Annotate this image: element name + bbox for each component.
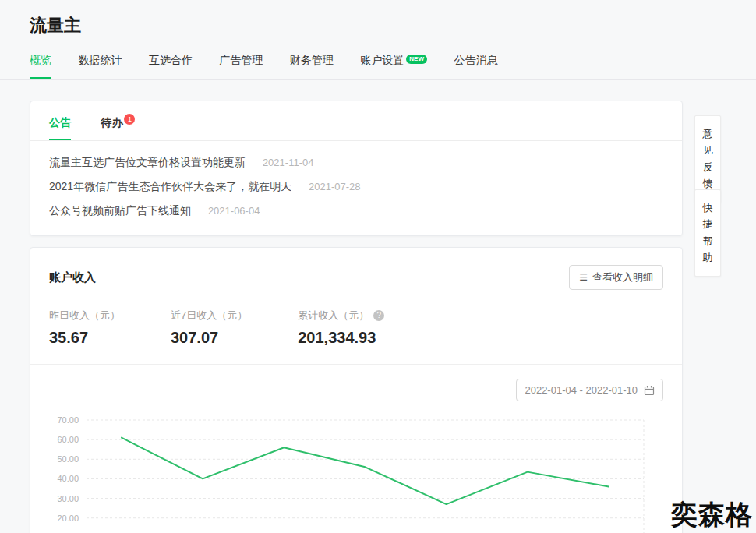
quick-help-label: 快捷帮助: [702, 199, 713, 266]
date-range-picker[interactable]: 2022-01-04 - 2022-01-10: [516, 379, 663, 401]
main-nav: 概览 数据统计 互选合作 广告管理 财务管理 账户设置NEW 公告消息: [0, 53, 756, 80]
announcement-link[interactable]: 公众号视频前贴广告下线通知: [49, 204, 191, 217]
tab-todo[interactable]: 待办1: [101, 101, 135, 140]
tab-mutual-selection[interactable]: 互选合作: [149, 54, 193, 79]
tab-data-stats[interactable]: 数据统计: [78, 54, 122, 79]
tab-todo-label: 待办: [101, 116, 122, 129]
tab-ad-management[interactable]: 广告管理: [219, 54, 263, 79]
tab-announcement-messages[interactable]: 公告消息: [454, 54, 497, 79]
feedback-label: 意见反馈: [702, 125, 713, 192]
list-item: 公众号视频前贴广告下线通知 2021-06-04: [49, 199, 663, 223]
account-income-card: 账户收入 ☰ 查看收入明细 昨日收入（元） 35.67 近7日收入（元） 307…: [30, 247, 683, 533]
income-title: 账户收入: [49, 270, 96, 285]
svg-text:30.00: 30.00: [57, 494, 79, 503]
new-badge: NEW: [406, 55, 427, 64]
svg-text:20.00: 20.00: [57, 514, 79, 523]
stat-value: 35.67: [49, 329, 120, 347]
announcement-date: 2021-11-04: [263, 157, 314, 168]
main-column: 公告 待办1 流量主互选广告位文章价格设置功能更新 2021-11-04 202…: [30, 101, 683, 533]
divider: [30, 364, 682, 365]
stat-label: 近7日收入（元）: [171, 309, 247, 323]
svg-text:70.00: 70.00: [57, 415, 79, 425]
list-icon: ☰: [579, 272, 588, 283]
tab-account-settings[interactable]: 账户设置NEW: [360, 54, 427, 79]
view-income-detail-label: 查看收入明细: [592, 270, 653, 284]
stat-value: 201,334.93: [298, 329, 384, 347]
stat-value: 307.07: [171, 329, 247, 347]
announcement-date: 2021-07-28: [309, 181, 361, 192]
stat-7day-income: 近7日收入（元） 307.07: [147, 309, 274, 347]
announcements-tabs: 公告 待办1: [30, 101, 682, 141]
quick-help-button[interactable]: 快捷帮助: [694, 189, 721, 277]
tab-finance[interactable]: 财务管理: [290, 54, 334, 79]
page-header: 流量主: [0, 0, 756, 37]
help-icon[interactable]: ?: [373, 310, 384, 321]
list-item: 流量主互选广告位文章价格设置功能更新 2021-11-04: [49, 150, 663, 175]
announcements-card: 公告 待办1 流量主互选广告位文章价格设置功能更新 2021-11-04 202…: [30, 101, 683, 236]
tab-overview[interactable]: 概览: [30, 54, 51, 79]
date-range-row: 2022-01-04 - 2022-01-10: [49, 379, 663, 401]
todo-count-badge: 1: [124, 114, 135, 125]
view-income-detail-button[interactable]: ☰ 查看收入明细: [569, 265, 663, 290]
stat-yesterday-income: 昨日收入（元） 35.67: [49, 309, 147, 347]
calendar-icon: [644, 385, 655, 396]
announcement-list: 流量主互选广告位文章价格设置功能更新 2021-11-04 2021年微信广告生…: [30, 141, 682, 235]
announcement-link[interactable]: 2021年微信广告生态合作伙伴大会来了，就在明天: [49, 180, 291, 192]
stat-label-text: 累计收入（元）: [298, 309, 369, 323]
income-line-chart: 0.0010.0020.0030.0040.0050.0060.0070.002…: [49, 409, 665, 533]
tab-account-settings-label: 账户设置: [360, 54, 404, 66]
date-range-value: 2022-01-04 - 2022-01-10: [525, 384, 638, 396]
svg-text:50.00: 50.00: [57, 454, 79, 464]
announcement-date: 2021-06-04: [208, 205, 260, 217]
svg-text:40.00: 40.00: [57, 474, 79, 483]
page-title: 流量主: [30, 14, 756, 37]
income-stats: 昨日收入（元） 35.67 近7日收入（元） 307.07 累计收入（元） ? …: [49, 309, 663, 347]
stat-total-income: 累计收入（元） ? 201,334.93: [274, 309, 411, 347]
watermark-logo: 奕森格: [671, 497, 753, 533]
svg-text:60.00: 60.00: [57, 435, 79, 444]
stat-label: 累计收入（元） ?: [298, 309, 384, 323]
income-header: 账户收入 ☰ 查看收入明细: [49, 265, 663, 290]
tab-announcements-public[interactable]: 公告: [49, 104, 71, 140]
list-item: 2021年微信广告生态合作伙伴大会来了，就在明天 2021-07-28: [49, 175, 663, 199]
announcement-link[interactable]: 流量主互选广告位文章价格设置功能更新: [49, 156, 246, 168]
stat-label: 昨日收入（元）: [49, 309, 120, 323]
